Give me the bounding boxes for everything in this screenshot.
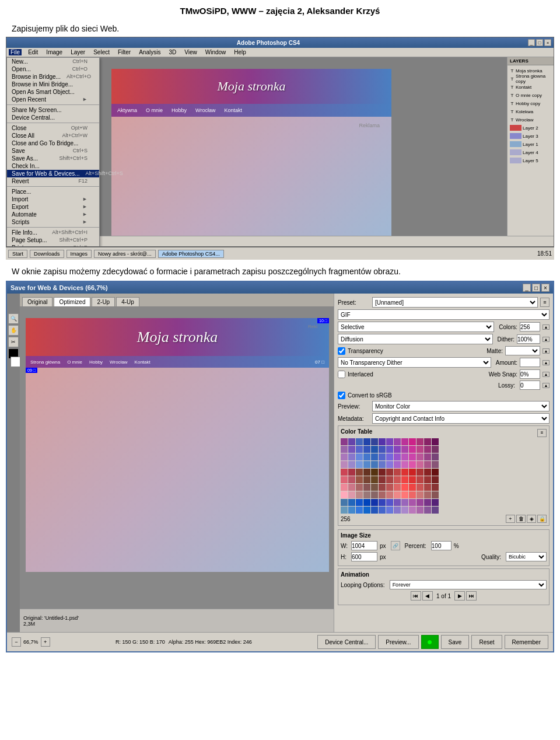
sfw-maximize-button[interactable]: □ xyxy=(532,284,540,292)
sfw-matte-arrow[interactable]: ▲ xyxy=(542,348,550,354)
sfw-websnap-arrow[interactable]: ▲ xyxy=(542,372,550,377)
sfw-preset-select[interactable]: [Unnamed] xyxy=(372,297,538,308)
ps-menu-edit[interactable]: Edit xyxy=(26,49,40,55)
sfw-websnap-input[interactable] xyxy=(520,369,540,379)
sfw-dither-arrow[interactable]: ▲ xyxy=(542,337,550,342)
sfw-color-add[interactable]: + xyxy=(506,515,515,523)
sfw-convert-srgb-check[interactable] xyxy=(338,392,345,399)
sfw-lossy-input[interactable] xyxy=(520,381,540,390)
ps-menu-filter[interactable]: Filter xyxy=(116,49,132,55)
ps-menu-place[interactable]: Place... xyxy=(7,188,99,196)
sfw-color-lock[interactable]: 🔒 xyxy=(537,515,547,523)
sfw-minimize-button[interactable]: _ xyxy=(523,284,531,292)
ps-menu-browse-bridge[interactable]: Browse in Bridge...Alt+Ctrl+O xyxy=(7,73,99,81)
sfw-transparency-check[interactable] xyxy=(338,347,345,355)
sfw-lossy-arrow[interactable]: ▲ xyxy=(542,383,550,388)
sfw-no-dither-select[interactable]: No Transparency Dither xyxy=(338,357,491,368)
sfw-reset-button[interactable]: Reset xyxy=(471,635,502,649)
ps-menu-save-as[interactable]: Save As...Shift+Ctrl+S xyxy=(7,155,99,162)
sfw-format-select[interactable]: GIF xyxy=(338,309,550,320)
sfw-dither-input[interactable] xyxy=(517,334,540,344)
sfw-reduction-select[interactable]: Selective xyxy=(338,322,494,332)
sfw-w-input[interactable] xyxy=(351,541,377,550)
sfw-amount-input[interactable] xyxy=(520,358,540,367)
ps-menu-open-recent[interactable]: Open Recent► xyxy=(7,96,99,103)
sfw-preview-button[interactable]: Preview... xyxy=(378,635,418,649)
ps-menu-print[interactable]: Print...Ctrl+P xyxy=(7,244,99,247)
sfw-colors-arrow-up[interactable]: ▲ xyxy=(542,324,550,330)
ps-menu-save[interactable]: SaveCtrl+S xyxy=(7,147,99,155)
ps-menu-view[interactable]: View xyxy=(183,49,199,55)
ps-menu-browse-mini[interactable]: Browse in Mini Bridge... xyxy=(7,81,99,88)
ps-menu-device-central[interactable]: Device Central... xyxy=(7,114,99,121)
sfw-preview-select[interactable]: Monitor Color xyxy=(372,401,550,411)
ps-menu-3d[interactable]: 3D xyxy=(167,49,178,55)
sfw-tab-optimized[interactable]: Optimized xyxy=(54,297,90,306)
ps-menu-save-web[interactable]: Save for Web & Devices...Alt+Shift+Ctrl+… xyxy=(7,170,99,177)
ps-menu-select[interactable]: Select xyxy=(92,49,111,55)
sfw-tool-hand[interactable]: ✋ xyxy=(8,325,19,336)
layer-item[interactable]: T O mnie copy xyxy=(509,91,552,99)
sfw-device-central-button[interactable]: Device Central... xyxy=(317,635,376,649)
sfw-dither-select[interactable]: Diffusion xyxy=(338,334,493,344)
ps-menu-image[interactable]: Image xyxy=(44,49,64,55)
sfw-colors-input[interactable] xyxy=(520,322,540,331)
ps-menu-export[interactable]: Export► xyxy=(7,203,99,211)
taskbar-start[interactable]: Start xyxy=(8,250,27,258)
sfw-anim-prev[interactable]: ◀ xyxy=(422,591,433,601)
ps-menu-revert[interactable]: RevertF12 xyxy=(7,177,99,185)
layer-item[interactable]: T Wrocław xyxy=(509,116,552,124)
sfw-remember-button[interactable]: Remember xyxy=(505,635,548,649)
ps-close-button[interactable]: × xyxy=(544,39,551,46)
sfw-color-table-menu[interactable]: ≡ xyxy=(537,429,547,437)
ps-menu-layer[interactable]: Layer xyxy=(69,49,87,55)
ps-menu-new[interactable]: New...Ctrl+N xyxy=(7,58,99,65)
ps-menu-close-all[interactable]: Close AllAlt+Ctrl+W xyxy=(7,132,99,139)
sfw-tab-4up[interactable]: 4-Up xyxy=(116,297,139,306)
layer-item[interactable]: T Hobby copy xyxy=(509,99,552,107)
ps-menu-page-setup[interactable]: Page Setup...Shift+Ctrl+P xyxy=(7,236,99,244)
ps-menu-window[interactable]: Window xyxy=(204,49,228,55)
ps-maximize-button[interactable]: □ xyxy=(536,39,543,46)
layer-item[interactable]: T Kontakt xyxy=(509,83,552,91)
ps-menu-import[interactable]: Import► xyxy=(7,196,99,203)
sfw-anim-first[interactable]: ⏮ xyxy=(411,591,421,601)
ps-menu-analysis[interactable]: Analysis xyxy=(137,49,162,55)
ps-menu-share[interactable]: Share My Screen... xyxy=(7,106,99,114)
taskbar-new-address[interactable]: Nowy adres - skrót@... xyxy=(94,250,156,258)
sfw-anim-next[interactable]: ▶ xyxy=(454,591,465,601)
ps-menu-open-smart[interactable]: Open As Smart Object... xyxy=(7,88,99,96)
sfw-quality-select[interactable]: Bicubic xyxy=(506,552,547,561)
layer-item[interactable]: Layer 4 xyxy=(509,148,552,156)
layer-item[interactable]: Layer 1 xyxy=(509,140,552,148)
sfw-close-button[interactable]: × xyxy=(541,284,550,292)
sfw-preset-menu-button[interactable]: ≡ xyxy=(540,298,550,307)
ps-menu-help[interactable]: Help xyxy=(232,49,248,55)
ps-menu-file-info[interactable]: File Info...Alt+Shift+Ctrl+I xyxy=(7,229,99,236)
taskbar-downloads[interactable]: Downloads xyxy=(30,250,64,258)
sfw-percent-input[interactable] xyxy=(431,541,452,550)
sfw-amount-arrow[interactable]: ▲ xyxy=(542,360,550,365)
ps-menu-close[interactable]: CloseOpt+W xyxy=(7,124,99,132)
layer-item[interactable]: T Kolekwa xyxy=(509,107,552,116)
sfw-color-delete[interactable]: 🗑 xyxy=(516,515,526,523)
sfw-anim-last[interactable]: ⏭ xyxy=(466,591,477,601)
sfw-zoom-out[interactable]: − xyxy=(12,637,21,647)
ps-menu-scripts[interactable]: Scripts► xyxy=(7,218,99,226)
layer-item[interactable]: T Strona głowna copy xyxy=(509,75,552,83)
sfw-save-button[interactable]: Save xyxy=(441,635,470,649)
sfw-h-input[interactable] xyxy=(351,552,377,561)
layer-item[interactable]: Layer 3 xyxy=(509,132,552,140)
sfw-tab-original[interactable]: Original xyxy=(22,297,52,306)
ps-menu-open[interactable]: Open...Ctrl+O xyxy=(7,65,99,73)
sfw-tab-2up[interactable]: 2-Up xyxy=(92,297,115,306)
layer-item[interactable]: Layer 5 xyxy=(509,156,552,165)
sfw-metadata-select[interactable]: Copyright and Contact Info xyxy=(372,413,550,424)
sfw-interlaced-check[interactable] xyxy=(338,371,345,378)
taskbar-images[interactable]: Images xyxy=(66,250,92,258)
ps-menu-file[interactable]: File xyxy=(9,49,22,55)
sfw-matte-select[interactable] xyxy=(505,346,540,355)
ps-menu-automate[interactable]: Automate► xyxy=(7,211,99,218)
ps-minimize-button[interactable]: _ xyxy=(528,39,535,46)
sfw-zoom-in[interactable]: + xyxy=(41,637,50,647)
